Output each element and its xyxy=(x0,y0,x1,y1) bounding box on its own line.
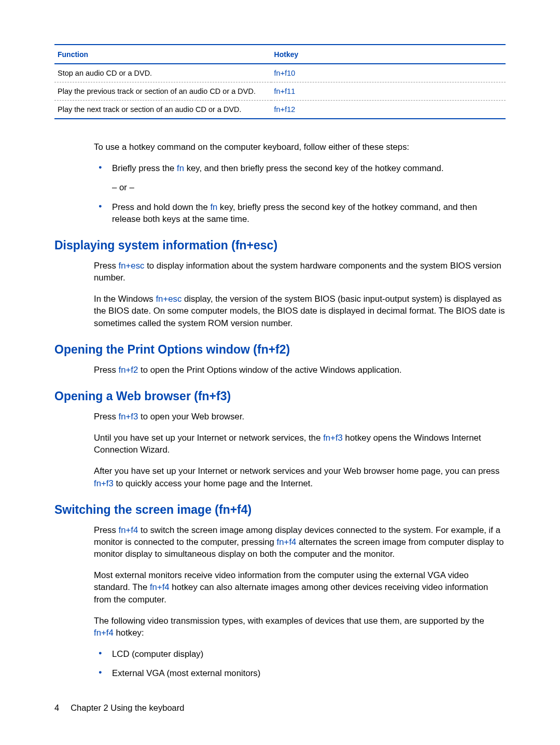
section-heading-print-options: Opening the Print Options window (fn+f2) xyxy=(54,343,506,357)
text: key, and then briefly press the second k… xyxy=(184,163,444,173)
chapter-label: Chapter 2 Using the keyboard xyxy=(71,703,184,712)
cell-hotkey: fn+f10 xyxy=(271,64,506,82)
list-item: External VGA (most external monitors) xyxy=(112,667,506,679)
text: to open your Web browser. xyxy=(138,412,244,421)
section-body: Press fn+f2 to open the Print Options wi… xyxy=(94,364,506,376)
hotkey-inline: fn+f4 xyxy=(119,525,138,535)
paragraph: The following video transmission types, … xyxy=(94,615,506,639)
section-heading-system-info: Displaying system information (fn+esc) xyxy=(54,238,506,252)
table-row: Play the previous track or section of an… xyxy=(54,82,506,101)
cell-function: Play the next track or section of an aud… xyxy=(54,101,271,119)
text: After you have set up your Internet or n… xyxy=(94,466,499,476)
text: Until you have set up your Internet or n… xyxy=(94,433,323,443)
page-footer: 4Chapter 2 Using the keyboard xyxy=(54,703,184,713)
hotkey-inline: fn+f3 xyxy=(323,433,343,443)
paragraph: After you have set up your Internet or n… xyxy=(94,465,506,489)
text: Press xyxy=(94,525,119,535)
paragraph: In the Windows fn+esc display, the versi… xyxy=(94,293,506,329)
hotkey-inline: fn+f4 xyxy=(94,628,114,638)
table-header-hotkey: Hotkey xyxy=(271,45,506,64)
text: Press and hold down the xyxy=(112,202,210,212)
table-row: Play the next track or section of an aud… xyxy=(54,101,506,119)
intro-block: To use a hotkey command on the computer … xyxy=(94,141,506,225)
text: In the Windows xyxy=(94,294,156,304)
cell-hotkey: fn+f12 xyxy=(271,101,506,119)
intro-bullets: Briefly press the fn key, and then brief… xyxy=(94,162,506,225)
hotkey-inline: fn+esc xyxy=(156,294,181,304)
intro-lead: To use a hotkey command on the computer … xyxy=(94,141,506,153)
text: Press xyxy=(94,412,119,421)
list-item: LCD (computer display) xyxy=(112,648,506,660)
cell-function: Play the previous track or section of an… xyxy=(54,82,271,101)
hotkey-inline: fn+f3 xyxy=(119,412,138,421)
section-heading-screen-image: Switching the screen image (fn+f4) xyxy=(54,503,506,517)
cell-function: Stop an audio CD or a DVD. xyxy=(54,64,271,82)
hotkey-inline: fn+f2 xyxy=(119,365,138,375)
text: Briefly press the xyxy=(112,163,177,173)
hotkey-inline: fn xyxy=(177,163,184,173)
table-row: Stop an audio CD or a DVD. fn+f10 xyxy=(54,64,506,82)
video-types-list: LCD (computer display) External VGA (mos… xyxy=(94,648,506,679)
paragraph: Most external monitors receive video inf… xyxy=(94,569,506,606)
paragraph: Press fn+esc to display information abou… xyxy=(94,260,506,284)
section-body: Press fn+f4 to switch the screen image a… xyxy=(94,524,506,680)
paragraph: Press fn+f3 to open your Web browser. xyxy=(94,411,506,423)
or-separator: – or – xyxy=(112,181,506,193)
paragraph: Until you have set up your Internet or n… xyxy=(94,432,506,456)
text: hotkey: xyxy=(114,628,144,638)
list-item: Briefly press the fn key, and then brief… xyxy=(112,162,506,193)
hotkey-inline: fn+f3 xyxy=(94,479,114,488)
paragraph: Press fn+f2 to open the Print Options wi… xyxy=(94,364,506,376)
document-page: Function Hotkey Stop an audio CD or a DV… xyxy=(0,0,560,745)
hotkey-inline: fn xyxy=(210,202,217,212)
text: to open the Print Options window of the … xyxy=(138,365,401,375)
list-item: Press and hold down the fn key, briefly … xyxy=(112,201,506,225)
cell-hotkey: fn+f11 xyxy=(271,82,506,101)
text: to quickly access your home page and the… xyxy=(114,479,313,488)
page-number: 4 xyxy=(54,703,59,712)
hotkey-table: Function Hotkey Stop an audio CD or a DV… xyxy=(54,44,506,119)
text: to display information about the system … xyxy=(94,261,501,283)
section-body: Press fn+esc to display information abou… xyxy=(94,260,506,329)
text: Press xyxy=(94,261,119,271)
paragraph: Press fn+f4 to switch the screen image a… xyxy=(94,524,506,560)
hotkey-inline: fn+f4 xyxy=(150,582,170,592)
text: Press xyxy=(94,365,119,375)
section-heading-web-browser: Opening a Web browser (fn+f3) xyxy=(54,389,506,403)
hotkey-inline: fn+esc xyxy=(119,261,145,271)
hotkey-inline: fn+f4 xyxy=(277,537,297,547)
text: The following video transmission types, … xyxy=(94,616,484,626)
table-header-function: Function xyxy=(54,45,271,64)
section-body: Press fn+f3 to open your Web browser. Un… xyxy=(94,411,506,489)
